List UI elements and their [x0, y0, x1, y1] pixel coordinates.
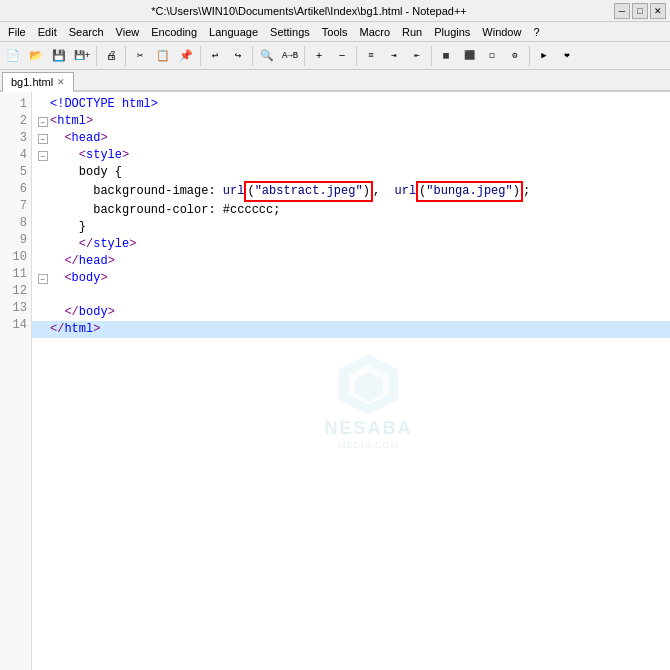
code-line-2: − <html> — [32, 113, 670, 130]
menu-macro[interactable]: Macro — [353, 22, 396, 41]
line-num-1: 1 — [4, 96, 27, 113]
save-all-button[interactable]: 💾+ — [71, 45, 93, 67]
new-button[interactable]: 📄 — [2, 45, 24, 67]
line-num-7: 7 — [4, 198, 27, 215]
tab-close-icon[interactable]: ✕ — [57, 77, 65, 87]
fold-marker-4[interactable]: − — [38, 151, 48, 161]
code-line-10: </head> — [32, 253, 670, 270]
close-button[interactable]: ✕ — [650, 3, 666, 19]
zoom-in-button[interactable]: + — [308, 45, 330, 67]
code-line-13: </body> — [32, 304, 670, 321]
menu-settings[interactable]: Settings — [264, 22, 316, 41]
code-line-3: − <head> — [32, 130, 670, 147]
fold-marker-3[interactable]: − — [38, 134, 48, 144]
toolbar-separator-4 — [252, 46, 253, 66]
print-button[interactable]: 🖨 — [100, 45, 122, 67]
copy-button[interactable]: 📋 — [152, 45, 174, 67]
line-num-10: 10 — [4, 249, 27, 266]
replace-button[interactable]: A→B — [279, 45, 301, 67]
tb-extra5[interactable]: ⬛ — [458, 45, 480, 67]
code-line-12 — [32, 287, 670, 304]
toolbar-separator-5 — [304, 46, 305, 66]
tb-extra8[interactable]: ▶ — [533, 45, 555, 67]
title-bar: *C:\Users\WIN10\Documents\Artikel\Index\… — [0, 0, 670, 22]
menu-help[interactable]: ? — [527, 22, 545, 41]
toolbar-separator-8 — [529, 46, 530, 66]
code-line-9: </style> — [32, 236, 670, 253]
menu-window[interactable]: Window — [476, 22, 527, 41]
watermark: NESABA MEDIA.COM — [325, 350, 413, 454]
tb-extra6[interactable]: ◻ — [481, 45, 503, 67]
toolbar: 📄 📂 💾 💾+ 🖨 ✂ 📋 📌 ↩ ↪ 🔍 A→B + − ≡ ⇥ ⇤ ▦ ⬛… — [0, 42, 670, 70]
zoom-out-button[interactable]: − — [331, 45, 353, 67]
code-line-8: } — [32, 219, 670, 236]
line-num-4: 4 — [4, 147, 27, 164]
open-button[interactable]: 📂 — [25, 45, 47, 67]
find-button[interactable]: 🔍 — [256, 45, 278, 67]
menu-plugins[interactable]: Plugins — [428, 22, 476, 41]
toolbar-separator-6 — [356, 46, 357, 66]
fold-marker-2[interactable]: − — [38, 117, 48, 127]
tb-extra4[interactable]: ▦ — [435, 45, 457, 67]
menu-file[interactable]: File — [2, 22, 32, 41]
tab-label: bg1.html — [11, 76, 53, 88]
line-num-12: 12 — [4, 283, 27, 300]
line-num-6: 6 — [4, 181, 27, 198]
title-controls[interactable]: ─ □ ✕ — [614, 3, 666, 19]
editor-container: 1 2 3 4 5 6 7 8 9 10 11 12 13 14 NESABA … — [0, 92, 670, 670]
cut-button[interactable]: ✂ — [129, 45, 151, 67]
line-num-11: 11 — [4, 266, 27, 283]
menu-language[interactable]: Language — [203, 22, 264, 41]
toolbar-separator-1 — [96, 46, 97, 66]
svg-marker-0 — [339, 355, 399, 415]
line-num-14: 14 — [4, 317, 27, 334]
code-line-5: body { — [32, 164, 670, 181]
code-line-11: − <body> — [32, 270, 670, 287]
tb-extra7[interactable]: ⚙ — [504, 45, 526, 67]
save-button[interactable]: 💾 — [48, 45, 70, 67]
code-line-1: <!DOCTYPE html> — [32, 96, 670, 113]
code-line-7: background-color: #cccccc; — [32, 202, 670, 219]
menu-edit[interactable]: Edit — [32, 22, 63, 41]
fold-marker-11[interactable]: − — [38, 274, 48, 284]
redo-button[interactable]: ↪ — [227, 45, 249, 67]
line-num-2: 2 — [4, 113, 27, 130]
tb-extra3[interactable]: ⇤ — [406, 45, 428, 67]
watermark-brand: NESABA — [325, 420, 413, 437]
line-num-9: 9 — [4, 232, 27, 249]
undo-button[interactable]: ↩ — [204, 45, 226, 67]
code-line-14: </html> — [32, 321, 670, 338]
line-numbers: 1 2 3 4 5 6 7 8 9 10 11 12 13 14 — [0, 92, 32, 670]
tb-extra9[interactable]: ❤ — [556, 45, 578, 67]
menu-tools[interactable]: Tools — [316, 22, 354, 41]
paste-button[interactable]: 📌 — [175, 45, 197, 67]
menu-view[interactable]: View — [110, 22, 146, 41]
tab-bg1html[interactable]: bg1.html ✕ — [2, 72, 74, 92]
highlight-box-2: ("bunga.jpeg") — [416, 181, 523, 202]
code-line-4: − <style> — [32, 147, 670, 164]
title-text: *C:\Users\WIN10\Documents\Artikel\Index\… — [4, 5, 614, 17]
toolbar-separator-2 — [125, 46, 126, 66]
svg-marker-2 — [355, 372, 383, 402]
code-line-6: background-image: url("abstract.jpeg"), … — [32, 181, 670, 202]
menu-run[interactable]: Run — [396, 22, 428, 41]
highlight-box-1: ("abstract.jpeg") — [244, 181, 372, 202]
maximize-button[interactable]: □ — [632, 3, 648, 19]
line-num-8: 8 — [4, 215, 27, 232]
minimize-button[interactable]: ─ — [614, 3, 630, 19]
tb-extra1[interactable]: ≡ — [360, 45, 382, 67]
menu-bar: File Edit Search View Encoding Language … — [0, 22, 670, 42]
tb-extra2[interactable]: ⇥ — [383, 45, 405, 67]
menu-search[interactable]: Search — [63, 22, 110, 41]
code-area[interactable]: NESABA MEDIA.COM <!DOCTYPE html> − <html… — [32, 92, 670, 670]
toolbar-separator-3 — [200, 46, 201, 66]
watermark-sub: MEDIA.COM — [338, 437, 399, 454]
tab-bar: bg1.html ✕ — [0, 70, 670, 92]
line-num-5: 5 — [4, 164, 27, 181]
line-num-13: 13 — [4, 300, 27, 317]
toolbar-separator-7 — [431, 46, 432, 66]
line-num-3: 3 — [4, 130, 27, 147]
menu-encoding[interactable]: Encoding — [145, 22, 203, 41]
svg-marker-1 — [349, 365, 389, 405]
